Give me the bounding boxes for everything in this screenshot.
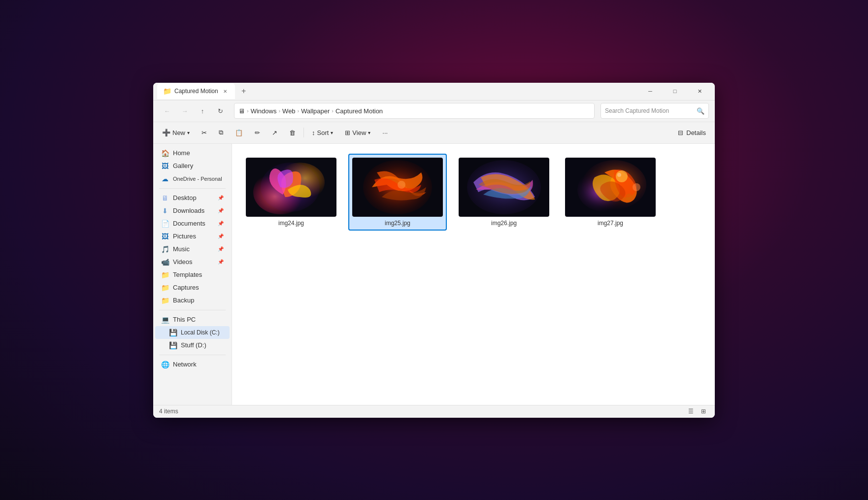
sidebar-item-pictures[interactable]: 🖼 Pictures 📌 xyxy=(155,230,230,243)
more-options-button[interactable]: ··· xyxy=(377,125,393,140)
pin-icon-music: 📌 xyxy=(218,246,224,252)
file-item-img27[interactable]: img27.jpg xyxy=(561,154,660,231)
list-view-toggle[interactable]: ☰ xyxy=(685,406,696,417)
delete-button[interactable]: 🗑 xyxy=(284,125,300,140)
svg-point-6 xyxy=(398,181,405,189)
breadcrumb[interactable]: 🖥 › Windows › Web › Wallpaper › Captured… xyxy=(234,103,595,119)
sidebar-label-music: Music xyxy=(173,245,190,253)
sidebar-label-captures: Captures xyxy=(173,284,199,291)
new-button[interactable]: ➕ New ▾ xyxy=(157,125,195,140)
share-button[interactable]: ↗ xyxy=(267,125,282,140)
sidebar-item-network[interactable]: 🌐 Network xyxy=(155,358,230,371)
file-item-img24[interactable]: img24.jpg xyxy=(242,154,340,231)
sidebar-divider-3 xyxy=(159,355,226,355)
sidebar-label-home: Home xyxy=(173,149,190,157)
rename-icon: ✏ xyxy=(255,129,260,136)
documents-icon: 📄 xyxy=(161,220,169,228)
paste-button[interactable]: 📋 xyxy=(230,125,248,140)
thispc-icon: 💻 xyxy=(161,316,169,324)
copy-icon: ⧉ xyxy=(219,129,223,136)
new-chevron-icon: ▾ xyxy=(187,130,190,135)
file-grid: img24.jpg xyxy=(242,154,705,231)
sidebar-item-onedrive[interactable]: ☁ OneDrive - Personal xyxy=(155,172,230,185)
captures-icon: 📁 xyxy=(161,284,169,292)
file-thumb-img25 xyxy=(352,158,443,217)
copy-button[interactable]: ⧉ xyxy=(214,125,228,140)
file-name-img24: img24.jpg xyxy=(278,220,304,227)
breadcrumb-item-web[interactable]: Web xyxy=(282,107,296,115)
svg-point-12 xyxy=(616,170,628,182)
sidebar-label-gallery: Gallery xyxy=(173,162,193,169)
sidebar-label-desktop: Desktop xyxy=(173,194,197,201)
refresh-button[interactable]: ↻ xyxy=(212,103,228,119)
network-icon: 🌐 xyxy=(161,361,169,368)
active-tab[interactable]: 📁 Captured Motion ✕ xyxy=(157,83,235,99)
tab-close-button[interactable]: ✕ xyxy=(221,87,229,95)
details-button[interactable]: ⊟ Details xyxy=(673,129,711,136)
cut-button[interactable]: ✂ xyxy=(197,125,212,140)
sidebar-item-home[interactable]: 🏠 Home xyxy=(155,147,230,160)
sort-button[interactable]: ↕ Sort ▾ xyxy=(307,125,338,140)
sidebar-label-network: Network xyxy=(173,361,197,368)
minimize-button[interactable]: ─ xyxy=(639,83,662,99)
localdisk-icon: 💾 xyxy=(169,329,177,336)
addressbar: ← → ↑ ↻ 🖥 › Windows › Web › Wallpaper › … xyxy=(153,100,715,122)
file-item-img26[interactable]: img26.jpg xyxy=(455,154,553,231)
gallery-icon: 🖼 xyxy=(161,162,169,170)
sidebar-item-desktop[interactable]: 🖥 Desktop 📌 xyxy=(155,192,230,204)
stuff-icon: 💾 xyxy=(169,341,177,349)
sidebar-label-pictures: Pictures xyxy=(173,233,196,240)
pin-icon-pic: 📌 xyxy=(218,233,224,239)
rename-button[interactable]: ✏ xyxy=(250,125,265,140)
breadcrumb-item-wallpaper[interactable]: Wallpaper xyxy=(301,107,330,115)
commandbar: ➕ New ▾ ✂ ⧉ 📋 ✏ ↗ 🗑 ↕ Sort ▾ ⊞ View xyxy=(153,122,715,144)
file-name-img26: img26.jpg xyxy=(491,220,517,227)
search-box[interactable]: Search Captured Motion 🔍 xyxy=(601,103,709,119)
sidebar-item-videos[interactable]: 📹 Videos 📌 xyxy=(155,256,230,268)
new-tab-button[interactable]: + xyxy=(237,84,251,98)
file-name-img25: img25.jpg xyxy=(385,220,410,227)
sidebar-item-gallery[interactable]: 🖼 Gallery xyxy=(155,160,230,172)
sidebar-label-thispc: This PC xyxy=(173,316,196,323)
cut-icon: ✂ xyxy=(201,129,207,136)
sidebar-item-backup[interactable]: 📁 Backup xyxy=(155,294,230,307)
tab-title: Captured Motion xyxy=(174,88,218,95)
breadcrumb-item-windows[interactable]: Windows xyxy=(251,107,277,115)
item-count: 4 items xyxy=(159,408,178,415)
more-icon: ··· xyxy=(382,129,388,136)
forward-button[interactable]: → xyxy=(177,103,193,119)
sidebar-item-thispc[interactable]: 💻 This PC xyxy=(155,313,230,326)
pin-icon-dl: 📌 xyxy=(218,208,224,213)
file-item-img25[interactable]: img25.jpg xyxy=(348,154,447,231)
new-icon: ➕ xyxy=(162,129,170,136)
pin-icon: 📌 xyxy=(218,195,224,200)
view-icon: ⊞ xyxy=(345,129,350,136)
share-icon: ↗ xyxy=(272,129,277,136)
file-thumb-img27 xyxy=(565,158,656,217)
close-button[interactable]: ✕ xyxy=(688,83,711,99)
grid-view-toggle[interactable]: ⊞ xyxy=(698,406,709,417)
svg-point-14 xyxy=(626,194,633,200)
view-button[interactable]: ⊞ View ▾ xyxy=(340,125,375,140)
up-button[interactable]: ↑ xyxy=(195,103,210,119)
view-chevron-icon: ▾ xyxy=(368,130,370,135)
sidebar-item-localdisk[interactable]: 💾 Local Disk (C:) xyxy=(155,326,230,339)
sidebar-item-templates[interactable]: 📁 Templates xyxy=(155,268,230,281)
sidebar-item-music[interactable]: 🎵 Music 📌 xyxy=(155,243,230,256)
window-controls: ─ □ ✕ xyxy=(639,83,711,99)
search-label: Search Captured Motion xyxy=(605,107,694,114)
sidebar-divider-1 xyxy=(159,188,226,189)
maximize-button[interactable]: □ xyxy=(664,83,686,99)
sidebar-item-captures[interactable]: 📁 Captures xyxy=(155,281,230,294)
sidebar-item-downloads[interactable]: ⬇ Downloads 📌 xyxy=(155,204,230,217)
details-icon: ⊟ xyxy=(678,129,683,136)
titlebar: 📁 Captured Motion ✕ + ─ □ ✕ xyxy=(153,83,715,100)
sidebar-item-stuff[interactable]: 💾 Stuff (D:) xyxy=(155,339,230,352)
sidebar-label-documents: Documents xyxy=(173,220,205,227)
back-button[interactable]: ← xyxy=(159,103,175,119)
svg-point-13 xyxy=(633,183,640,191)
sidebar-label-downloads: Downloads xyxy=(173,207,204,214)
breadcrumb-pc-icon: 🖥 xyxy=(238,107,245,115)
sidebar-item-documents[interactable]: 📄 Documents 📌 xyxy=(155,217,230,230)
paste-icon: 📋 xyxy=(235,129,243,136)
